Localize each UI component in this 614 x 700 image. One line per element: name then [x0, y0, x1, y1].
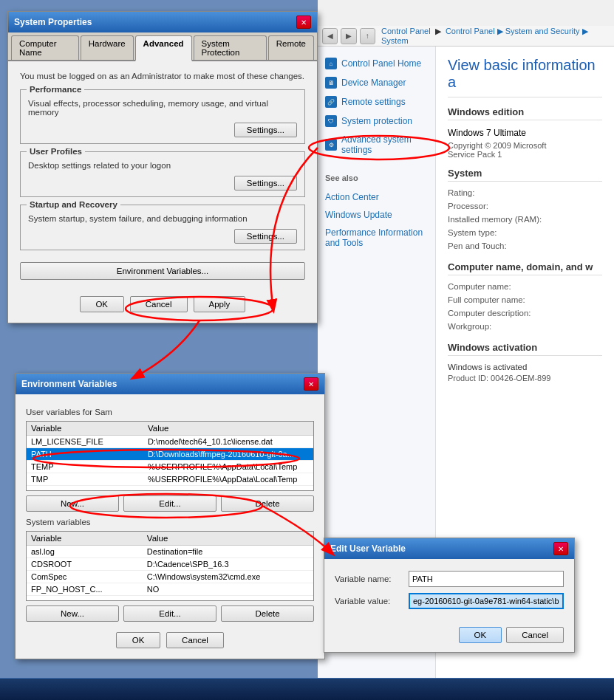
remote-icon: 🔗 — [325, 96, 337, 108]
sidebar-action-center[interactable]: Action Center — [318, 188, 435, 206]
startup-recovery-desc: System startup, system failure, and debu… — [28, 214, 297, 223]
sidebar-item-remote[interactable]: 🔗 Remote settings — [318, 92, 435, 111]
windows-edition: Windows 7 Ultimate — [448, 125, 602, 141]
tab-system-protection[interactable]: System Protection — [194, 35, 267, 60]
tab-computer-name[interactable]: Computer Name — [11, 35, 79, 60]
compname-row: Computer name: — [448, 280, 602, 293]
workgroup-row: Workgroup: — [448, 320, 602, 333]
table-row-selected[interactable]: PATH D:\Downloads\ffmpeg-20160610-git-0a… — [27, 448, 313, 461]
sys-delete-btn[interactable]: Delete — [221, 605, 314, 622]
envvars-close-btn[interactable]: ✕ — [304, 377, 318, 391]
var-name: asl.log — [27, 546, 143, 558]
shield-icon: 🛡 — [325, 115, 337, 127]
sys-vars-label: System variables — [26, 518, 314, 526]
forward-btn[interactable]: ▶ — [341, 28, 356, 44]
startup-recovery-group: Startup and Recovery System startup, sys… — [20, 205, 305, 250]
col-variable: Variable — [27, 422, 143, 436]
sys-col-variable: Variable — [27, 532, 143, 546]
var-value: %USERPROFILE%\AppData\Local\Temp — [143, 473, 313, 486]
tabs-bar: Computer Name Hardware Advanced System P… — [8, 32, 317, 61]
sys-btn-row: New... Edit... Delete — [26, 605, 314, 622]
var-name: PATH — [27, 448, 143, 461]
settings-icon: ⚙ — [325, 139, 337, 151]
sidebar-perf-info[interactable]: Performance Information and Tools — [318, 224, 435, 252]
startup-recovery-title: Startup and Recovery — [27, 200, 120, 209]
user-profiles-settings-btn[interactable]: Settings... — [234, 176, 297, 191]
admin-note: You must be logged on as an Administrato… — [20, 72, 305, 80]
sidebar-item-advanced[interactable]: ⚙ Advanced system settings — [318, 131, 435, 159]
see-also-title: See also — [325, 174, 428, 182]
cp-page-title: View basic information a — [448, 57, 602, 97]
sidebar-item-device-manager[interactable]: 🖥 Device Manager — [318, 73, 435, 92]
var-name: LM_LICENSE_FILE — [27, 436, 143, 448]
var-name-input[interactable] — [409, 571, 564, 587]
cp-link[interactable]: Control Panel — [381, 27, 431, 35]
sidebar-windows-update[interactable]: Windows Update — [318, 206, 435, 224]
performance-settings-btn[interactable]: Settings... — [234, 123, 297, 137]
table-row[interactable]: LM_LICENSE_FILE D:\model\tech64_10.1c\li… — [27, 436, 313, 448]
back-btn[interactable]: ◀ — [322, 28, 338, 44]
sys-col-value: Value — [143, 532, 313, 546]
envvars-controls: ✕ — [304, 377, 318, 391]
env-vars-btn[interactable]: Environment Variables... — [20, 262, 305, 280]
sys-new-btn[interactable]: New... — [26, 605, 119, 622]
user-vars-label: User variables for Sam — [26, 408, 314, 416]
address-bar: ◀ ▶ ↑ Control Panel ▶ Control Panel ▶ Sy… — [318, 26, 614, 47]
var-value: Destination=file — [143, 546, 313, 558]
var-name-row: Variable name: — [335, 571, 564, 587]
table-row[interactable]: TMP %USERPROFILE%\AppData\Local\Temp — [27, 473, 313, 486]
editvar-titlebar: Edit User Variable ✕ — [324, 538, 574, 559]
var-name: TMP — [27, 473, 143, 486]
home-icon: ⌂ — [325, 58, 337, 69]
sys-vars-table-container: Variable Value asl.log Destination=file … — [26, 531, 314, 601]
user-profiles-group: User Profiles Desktop settings related t… — [20, 151, 305, 197]
rating-row: Rating: — [448, 186, 602, 199]
tab-remote[interactable]: Remote — [268, 35, 314, 60]
envvars-body: User variables for Sam Variable Value LM… — [16, 394, 324, 622]
product-id: Product ID: 00426-OEM-899 — [448, 374, 602, 382]
user-new-btn[interactable]: New... — [26, 495, 119, 512]
var-value: D:\model\tech64_10.1c\license.dat — [143, 436, 313, 448]
system-section-title: System — [448, 168, 602, 182]
editvar-body: Variable name: Variable value: — [324, 559, 574, 622]
table-row[interactable]: FP_NO_HOST_C... NO — [27, 583, 313, 596]
up-btn[interactable]: ↑ — [360, 28, 375, 44]
editvar-ok-btn[interactable]: OK — [459, 627, 502, 643]
envvars-titlebar: Environment Variables ✕ — [16, 374, 324, 394]
editvar-cancel-btn[interactable]: Cancel — [506, 627, 564, 643]
sidebar-item-home[interactable]: ⌂ Control Panel Home — [318, 54, 435, 73]
user-profiles-desc: Desktop settings related to your logon — [28, 161, 297, 170]
service-pack: Service Pack 1 — [448, 150, 602, 159]
var-name: TEMP — [27, 461, 143, 473]
sysprop-cancel-btn[interactable]: Cancel — [130, 296, 188, 312]
user-delete-btn[interactable]: Delete — [221, 495, 314, 512]
sysprop-apply-btn[interactable]: Apply — [194, 296, 246, 312]
activation-title: Windows activation — [448, 342, 602, 356]
var-value: NO — [143, 583, 313, 596]
table-row[interactable]: TEMP %USERPROFILE%\AppData\Local\Temp — [27, 461, 313, 473]
close-button[interactable]: ✕ — [296, 16, 311, 29]
table-row[interactable]: CDSROOT D:\Cadence\SPB_16.3 — [27, 558, 313, 571]
editvar-close-btn[interactable]: ✕ — [553, 542, 568, 555]
var-value: C:\Windows\system32\cmd.exe — [143, 571, 313, 583]
windows-edition-title: Windows edition — [448, 106, 602, 120]
sys-edit-btn[interactable]: Edit... — [123, 605, 216, 622]
var-name-label: Variable name: — [335, 574, 409, 583]
sysprop-ok-btn[interactable]: OK — [80, 296, 124, 312]
var-name: ComSpec — [27, 571, 143, 583]
editvar-footer: OK Cancel — [324, 622, 574, 652]
edit-user-variable-dialog: Edit User Variable ✕ Variable name: Vari… — [324, 538, 575, 653]
var-value-input[interactable] — [409, 593, 564, 609]
user-edit-btn[interactable]: Edit... — [123, 495, 216, 512]
startup-settings-btn[interactable]: Settings... — [234, 229, 297, 244]
sidebar-item-sysprot[interactable]: 🛡 System protection — [318, 111, 435, 131]
user-vars-table: Variable Value LM_LICENSE_FILE D:\model\… — [27, 422, 313, 486]
table-row[interactable]: ComSpec C:\Windows\system32\cmd.exe — [27, 571, 313, 583]
envvars-cancel-btn[interactable]: Cancel — [166, 632, 224, 648]
processor-row: Processor: — [448, 199, 602, 213]
envvars-ok-btn[interactable]: OK — [116, 632, 160, 648]
tab-advanced[interactable]: Advanced — [135, 35, 192, 61]
sys-vars-table: Variable Value asl.log Destination=file … — [27, 532, 313, 596]
tab-hardware[interactable]: Hardware — [81, 35, 134, 60]
table-row[interactable]: asl.log Destination=file — [27, 546, 313, 558]
